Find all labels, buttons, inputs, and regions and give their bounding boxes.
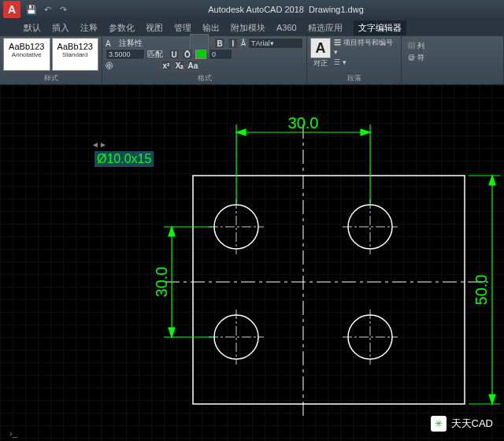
italic-button[interactable]: I: [228, 38, 239, 49]
dim-left: 30.0: [153, 267, 170, 298]
svg-rect-3: [0, 85, 504, 441]
symbol-button[interactable]: @ 符: [408, 53, 497, 63]
tab-parametric[interactable]: 参数化: [109, 22, 135, 34]
ribbon-tabs: 默认 插入 注释 参数化 视图 管理 输出 附加模块 A360 精选应用 文字编…: [0, 19, 504, 36]
annotative-toggle[interactable]: 注释性: [119, 38, 143, 49]
match-label: 匹配: [147, 49, 166, 60]
justify-label: 对正: [310, 58, 331, 69]
color-swatch[interactable]: [195, 50, 206, 59]
app-logo[interactable]: A: [3, 1, 20, 18]
panel-more: ▥ 列 @ 符: [402, 36, 504, 84]
ribbon: AaBb123 Annotative AaBb123 Standard 样式 A…: [0, 36, 504, 85]
bold-button[interactable]: B: [214, 38, 225, 49]
tab-featured[interactable]: 精选应用: [308, 22, 343, 34]
bullets-dropdown[interactable]: ☰ 项目符号和编号 ▾: [334, 38, 398, 56]
style-standard[interactable]: AaBb123 Standard: [52, 38, 99, 71]
overline-button[interactable]: Ō: [182, 49, 193, 60]
tab-text-editor[interactable]: 文字编辑器: [354, 20, 406, 35]
font-dropdown[interactable]: T Arial ▾: [248, 38, 303, 49]
tab-insert[interactable]: 插入: [52, 22, 69, 34]
clear-button[interactable]: Aa: [187, 60, 198, 71]
panel-para-label: 段落: [307, 73, 401, 83]
wechat-icon: ✳: [431, 416, 447, 432]
panel-format: A 注释性 B I А̂ T Arial ▾ 3.5000 匹配 U Ō 0 🞋…: [102, 36, 307, 84]
sup-button[interactable]: x²: [161, 60, 172, 71]
qat-redo[interactable]: ↷: [56, 2, 70, 17]
layer-dropdown[interactable]: 0: [209, 49, 232, 60]
columns-button[interactable]: ▥ 列: [408, 41, 497, 51]
tab-annotate[interactable]: 注释: [80, 22, 98, 34]
tab-manage[interactable]: 管理: [174, 22, 191, 34]
panel-style-label: 样式: [0, 73, 102, 83]
sub-button[interactable]: X₂: [174, 60, 185, 71]
mtext-move-handle[interactable]: ◄►: [91, 140, 107, 149]
tab-addins[interactable]: 附加模块: [231, 22, 265, 34]
panel-style: AaBb123 Annotative AaBb123 Standard 样式: [0, 36, 102, 84]
underline-button[interactable]: U: [169, 49, 180, 60]
watermark: ✳ 天天CAD: [431, 416, 493, 432]
dim-top: 30.0: [288, 114, 319, 132]
titlebar: A 💾 ↶ ↷ Autodesk AutoCAD 2018 Drawing1.d…: [0, 0, 504, 19]
drawing-svg: 30.0 30.0 50.0: [0, 85, 504, 441]
tab-view[interactable]: 视图: [146, 22, 163, 34]
height-input[interactable]: 3.5000: [106, 49, 145, 60]
command-line-caret[interactable]: ›_: [9, 428, 17, 438]
tab-default[interactable]: 默认: [24, 22, 41, 34]
style-annotative[interactable]: AaBb123 Annotative: [3, 38, 50, 71]
dim-right: 50.0: [472, 275, 490, 306]
qat-save[interactable]: 💾: [24, 2, 39, 17]
tab-a360[interactable]: A360: [276, 23, 297, 32]
window-title: Autodesk AutoCAD 2018 Drawing1.dwg: [71, 5, 501, 14]
panel-paragraph: A 对正 ☰ 项目符号和编号 ▾ ☰ ▾ 段落: [307, 36, 402, 84]
panel-format-label: 格式: [102, 73, 306, 83]
tab-output[interactable]: 输出: [202, 22, 220, 34]
justify-button[interactable]: A: [310, 38, 331, 58]
qat-undo[interactable]: ↶: [40, 2, 54, 17]
mtext-editor[interactable]: ◄► Ø10.0x15: [94, 151, 154, 167]
